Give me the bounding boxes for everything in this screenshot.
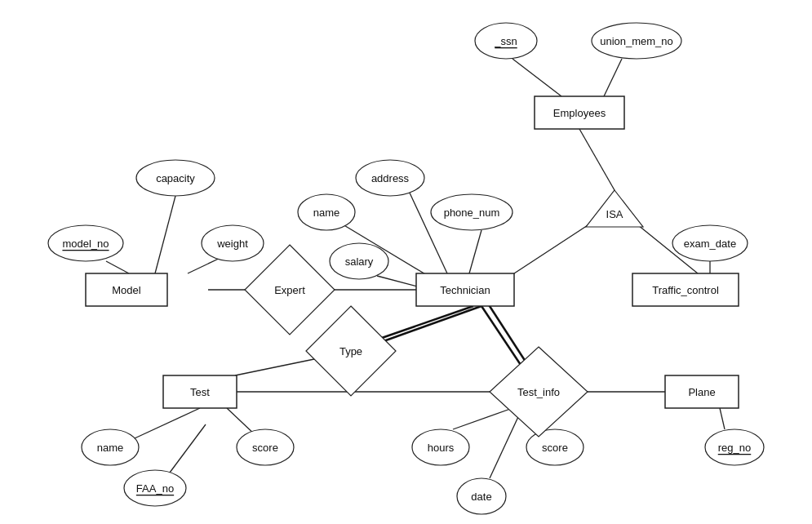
label-score-test: score	[252, 442, 278, 454]
svg-line-13	[377, 276, 420, 287]
label-name-test: name	[97, 442, 124, 454]
label-exam-date: exam_date	[684, 238, 736, 250]
label-phone-num: phone_num	[444, 206, 500, 219]
er-diagram: Employees Model Technician Traffic_contr…	[0, 0, 812, 524]
svg-line-15	[379, 306, 473, 339]
label-reg-no: reg_no	[718, 442, 751, 454]
label-model-no: model_no	[62, 238, 109, 250]
label-hours: hours	[428, 442, 455, 454]
svg-line-25	[453, 408, 512, 429]
label-plane: Plane	[688, 386, 715, 398]
svg-line-22	[135, 408, 200, 438]
label-weight: weight	[216, 238, 248, 250]
svg-line-6	[106, 261, 129, 273]
svg-line-27	[490, 408, 522, 478]
label-traffic-control: Traffic_control	[652, 284, 719, 296]
label-union-mem-no: union_mem_no	[600, 35, 673, 47]
label-salary: salary	[345, 255, 374, 268]
label-isa: ISA	[606, 208, 623, 220]
svg-line-23	[167, 424, 206, 476]
svg-line-0	[512, 59, 561, 96]
svg-line-16	[384, 306, 481, 341]
svg-line-7	[188, 257, 222, 273]
svg-line-2	[579, 129, 615, 190]
label-name-tech: name	[313, 206, 340, 219]
label-score-ti: score	[542, 442, 568, 454]
svg-line-28	[720, 408, 725, 429]
label-type: Type	[339, 345, 362, 357]
label-model: Model	[112, 284, 141, 296]
svg-line-12	[469, 230, 481, 273]
svg-line-5	[155, 196, 175, 273]
label-ssn: _ssn	[494, 35, 517, 47]
label-expert: Expert	[274, 284, 305, 296]
label-address: address	[371, 172, 410, 184]
label-test-info: Test_info	[517, 386, 560, 398]
label-employees: Employees	[553, 107, 606, 119]
label-faa-no: FAA_no	[136, 482, 174, 495]
label-capacity: capacity	[156, 172, 195, 184]
svg-line-17	[235, 359, 314, 375]
diagram-canvas: Employees Model Technician Traffic_contr…	[0, 0, 812, 524]
label-test: Test	[190, 386, 210, 398]
svg-line-1	[604, 59, 622, 96]
label-technician: Technician	[440, 284, 490, 296]
label-date: date	[471, 491, 491, 503]
